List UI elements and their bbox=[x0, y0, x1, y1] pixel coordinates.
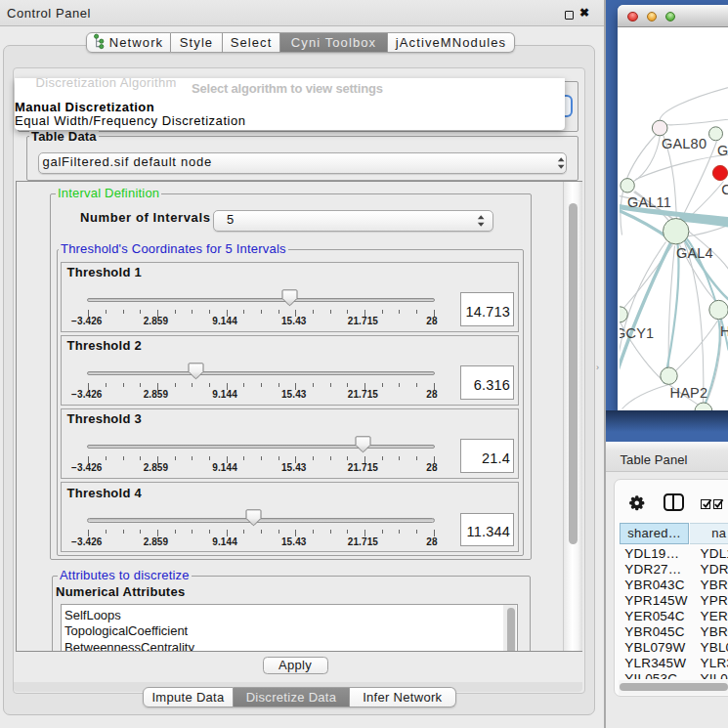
svg-text:C: C bbox=[721, 181, 728, 196]
svg-text:GAL4: GAL4 bbox=[676, 244, 713, 260]
svg-text:H: H bbox=[720, 323, 728, 339]
svg-text:GA: GA bbox=[717, 143, 728, 158]
svg-text:GCY1: GCY1 bbox=[620, 324, 654, 340]
svg-text:GAL80: GAL80 bbox=[662, 136, 707, 151]
svg-text:GAL11: GAL11 bbox=[627, 194, 671, 210]
svg-text:HAP2: HAP2 bbox=[669, 385, 707, 401]
